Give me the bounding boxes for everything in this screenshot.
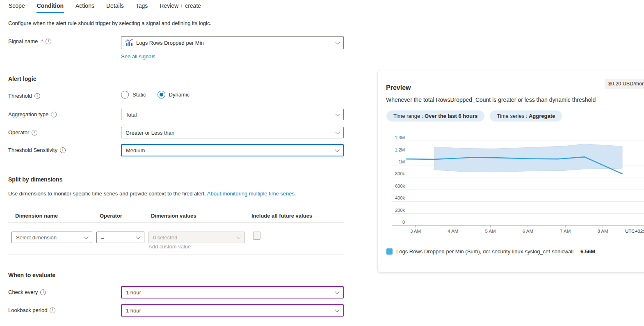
legend-separator — [577, 248, 577, 255]
column-dimension-name: Dimension name — [15, 213, 58, 219]
operator-dropdown[interactable]: Greater or Less than — [121, 127, 344, 138]
table-header-divider — [8, 222, 344, 223]
tab-condition[interactable]: Condition — [37, 2, 64, 13]
svg-text:7 AM: 7 AM — [560, 229, 571, 234]
dimension-values-placeholder: 0 selected — [153, 234, 177, 241]
signal-name-value: Logs Rows Dropped per Min — [136, 40, 204, 46]
radio-circle-icon — [121, 91, 129, 99]
time-series-prefix: Time series : — [497, 113, 529, 119]
svg-text:0: 0 — [402, 220, 405, 225]
svg-text:1.2M: 1.2M — [395, 147, 405, 152]
svg-text:UTC+02:00: UTC+02:00 — [625, 229, 644, 234]
radio-circle-icon — [158, 91, 165, 99]
chevron-down-icon — [335, 147, 339, 152]
svg-text:400k: 400k — [395, 195, 405, 200]
info-icon[interactable]: i — [34, 93, 40, 99]
time-series-value: Aggregate — [529, 113, 555, 119]
column-dimension-values: Dimension values — [151, 213, 196, 219]
info-icon[interactable]: i — [40, 289, 46, 295]
chevron-down-icon — [335, 40, 340, 44]
alert-logic-heading: Alert logic — [8, 76, 36, 82]
preview-condition-text: Whenever the total RowsDropped_Count is … — [386, 96, 596, 103]
lookback-period-value: 1 hour — [126, 308, 141, 314]
info-icon[interactable]: i — [32, 130, 37, 135]
signal-name-label-row: Signal name* i — [8, 38, 51, 44]
lookback-period-dropdown[interactable]: 1 hour — [121, 304, 344, 317]
info-icon[interactable]: i — [60, 147, 66, 153]
dimension-operator-value: = — [101, 234, 104, 241]
svg-text:600k: 600k — [395, 184, 405, 188]
about-monitoring-link[interactable]: About monitoring multiple time series — [207, 191, 295, 197]
split-by-dimensions-description: Use dimensions to monitor specific time … — [8, 189, 335, 198]
svg-text:1.4M: 1.4M — [395, 135, 405, 140]
aggregation-type-dropdown[interactable]: Total — [121, 109, 344, 120]
include-future-values-checkbox[interactable] — [253, 232, 260, 240]
legend-swatch-icon — [386, 248, 393, 255]
legend-series-name: Logs Rows Dropped per Min (Sum), dcr-sec… — [396, 248, 573, 255]
time-range-prefix: Time range : — [393, 113, 425, 119]
see-all-signals-link[interactable]: See all signals — [121, 53, 155, 60]
tab-details[interactable]: Details — [106, 2, 124, 13]
preview-chart: 0200k400k600k800k1M1.2M1.4M3 AM4 AM5 AM6… — [378, 132, 644, 236]
info-icon[interactable]: i — [51, 112, 57, 117]
svg-text:6 AM: 6 AM — [523, 229, 533, 234]
tab-tags[interactable]: Tags — [135, 2, 148, 13]
signal-name-label: Signal name — [8, 38, 38, 44]
chevron-down-icon — [84, 234, 88, 239]
threshold-sensitivity-label: Threshold Sensitivity — [8, 147, 57, 153]
legend-total-value: 6.56M — [580, 248, 595, 255]
tab-review-create[interactable]: Review + create — [159, 2, 201, 13]
aggregation-type-label: Aggregation type — [8, 111, 48, 117]
tab-actions[interactable]: Actions — [75, 2, 95, 13]
operator-label: Operator — [8, 129, 29, 135]
time-range-value: Over the last 6 hours — [425, 113, 477, 119]
check-every-value: 1 hour — [126, 289, 141, 296]
chevron-down-icon — [335, 130, 340, 134]
dimension-values-select: 0 selected — [148, 232, 245, 243]
svg-text:200k: 200k — [395, 208, 405, 213]
operator-value: Greater or Less than — [126, 130, 174, 136]
table-row-divider — [8, 255, 344, 255]
threshold-sensitivity-dropdown[interactable]: Medium — [121, 144, 344, 156]
chevron-down-icon — [335, 308, 339, 312]
tab-bar: ScopeConditionActionsDetailsTagsReview +… — [8, 2, 201, 13]
preview-card: Preview $0.20 USD/month Whenever the tot… — [377, 70, 644, 273]
info-icon[interactable]: i — [50, 308, 55, 313]
info-icon[interactable]: i — [46, 39, 51, 44]
cost-estimate-badge: $0.20 USD/month — [605, 79, 644, 89]
dimension-name-select[interactable]: Select dimension — [11, 232, 92, 243]
threshold-sensitivity-label-row: Threshold Sensitivity i — [8, 147, 66, 153]
chevron-down-icon — [335, 289, 339, 294]
chevron-down-icon — [236, 234, 241, 239]
lookback-period-label-row: Lookback period i — [8, 307, 55, 313]
threshold-label-row: Threshold i — [8, 93, 40, 99]
radio-static[interactable]: Static — [121, 91, 146, 99]
add-custom-value-button[interactable]: Add custom value — [148, 243, 191, 250]
signal-name-dropdown[interactable]: Logs Rows Dropped per Min — [121, 36, 344, 49]
chevron-down-icon — [136, 234, 140, 239]
time-range-pill: Time range : Over the last 6 hours — [386, 110, 484, 122]
column-include-future: Include all future values — [251, 213, 312, 219]
dimension-name-placeholder: Select dimension — [16, 234, 57, 241]
split-by-dimensions-heading: Split by dimensions — [8, 176, 62, 183]
radio-dynamic[interactable]: Dynamic — [158, 91, 190, 99]
chart-legend: Logs Rows Dropped per Min (Sum), dcr-sec… — [386, 248, 595, 255]
tab-scope[interactable]: Scope — [8, 2, 25, 13]
metric-signal-icon — [126, 39, 133, 46]
dimension-operator-select[interactable]: = — [96, 232, 144, 243]
check-every-dropdown[interactable]: 1 hour — [121, 286, 344, 298]
preview-title: Preview — [386, 84, 411, 92]
required-asterisk: * — [41, 38, 43, 44]
when-to-evaluate-heading: When to evaluate — [8, 272, 55, 278]
svg-text:800k: 800k — [395, 171, 405, 176]
svg-text:3 AM: 3 AM — [410, 229, 421, 234]
column-operator: Operator — [100, 213, 122, 219]
svg-text:1M: 1M — [399, 159, 405, 164]
svg-text:8 AM: 8 AM — [597, 229, 608, 234]
split-description-text: Use dimensions to monitor specific time … — [8, 191, 207, 197]
lookback-period-label: Lookback period — [8, 307, 47, 313]
time-series-pill: Time series : Aggregate — [490, 110, 562, 122]
svg-text:4 AM: 4 AM — [448, 229, 458, 234]
check-every-label: Check every — [8, 289, 38, 295]
aggregation-type-label-row: Aggregation type i — [8, 111, 57, 117]
